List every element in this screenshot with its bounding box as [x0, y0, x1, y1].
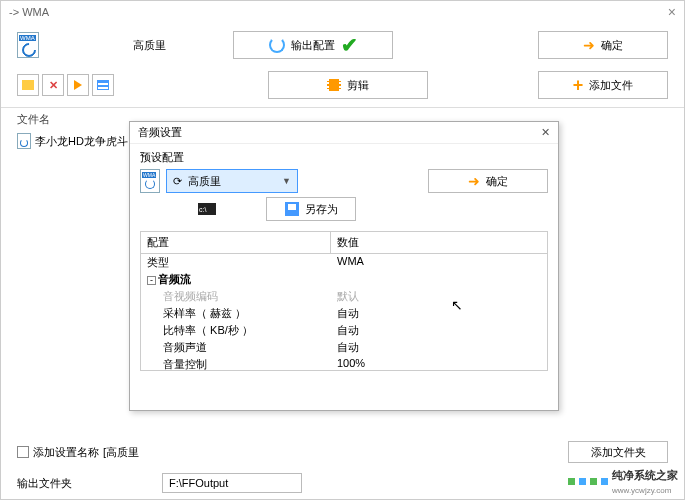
window-title: -> WMA — [9, 6, 49, 18]
film-icon — [327, 79, 341, 91]
edit-label: 剪辑 — [347, 78, 369, 93]
add-setting-name-label: 添加设置名称 — [33, 445, 99, 460]
chevron-down-icon: ▼ — [282, 176, 291, 186]
table-row[interactable]: 音频声道自动 — [141, 339, 547, 356]
table-row[interactable]: 音量控制100% — [141, 356, 547, 373]
format-icon: WMA — [17, 32, 39, 58]
watermark-url: www.ycwjzy.com — [612, 486, 671, 495]
check-icon: ✔ — [341, 33, 358, 57]
watermark-text: 纯净系统之家 — [612, 469, 678, 481]
open-folder-button[interactable] — [17, 74, 39, 96]
save-as-button[interactable]: 另存为 — [266, 197, 356, 221]
confirm-button[interactable]: ➜ 确定 — [538, 31, 668, 59]
console-icon[interactable]: c:\ — [198, 203, 216, 215]
dialog-confirm-label: 确定 — [486, 174, 508, 189]
add-file-button[interactable]: + 添加文件 — [538, 71, 668, 99]
arrow-icon: ➜ — [468, 173, 480, 189]
plus-icon: + — [573, 75, 584, 96]
dialog-close-icon[interactable]: ✕ — [541, 126, 550, 139]
x-icon: ✕ — [49, 79, 58, 92]
preset-select-icon: ⟳ — [173, 175, 182, 188]
dialog-confirm-button[interactable]: ➜ 确定 — [428, 169, 548, 193]
remove-button[interactable]: ✕ — [42, 74, 64, 96]
dialog-title: 音频设置 — [138, 125, 182, 140]
output-config-button[interactable]: 输出配置 ✔ — [233, 31, 393, 59]
edit-button[interactable]: 剪辑 — [268, 71, 428, 99]
preset-value: 高质里 — [188, 174, 221, 189]
file-icon — [17, 133, 31, 149]
spinner-icon — [269, 37, 285, 53]
add-folder-button[interactable]: 添加文件夹 — [568, 441, 668, 463]
save-as-label: 另存为 — [305, 202, 338, 217]
table-row[interactable]: 类型WMA — [141, 254, 547, 271]
list-button[interactable] — [92, 74, 114, 96]
quality-label: 高质里 — [133, 38, 223, 53]
output-config-label: 输出配置 — [291, 38, 335, 53]
add-setting-name-checkbox[interactable] — [17, 446, 29, 458]
play-icon — [74, 80, 82, 90]
format-icon: WMA — [140, 169, 160, 193]
output-path-input[interactable]: F:\FFOutput — [162, 473, 302, 493]
save-icon — [285, 202, 299, 216]
preset-label: 预设配置 — [140, 150, 548, 165]
table-row[interactable]: 音视频编码默认 — [141, 288, 547, 305]
preset-select[interactable]: ⟳ 高质里 ▼ — [166, 169, 298, 193]
config-table: 配置 数值 类型WMA-音频流音视频编码默认采样率（ 赫兹 ）自动比特率（ KB… — [140, 231, 548, 371]
confirm-label: 确定 — [601, 38, 623, 53]
arrow-icon: ➜ — [583, 37, 595, 53]
list-icon — [97, 80, 109, 90]
table-row[interactable]: -音频流 — [141, 271, 547, 288]
col-value: 数值 — [331, 232, 547, 253]
col-config: 配置 — [141, 232, 331, 253]
close-icon[interactable]: × — [668, 4, 676, 20]
play-button[interactable] — [67, 74, 89, 96]
setting-name-bracket: [高质里 — [103, 445, 139, 460]
watermark: 纯净系统之家www.ycwjzy.com — [568, 468, 678, 495]
audio-settings-dialog: 音频设置 ✕ 预设配置 WMA ⟳ 高质里 ▼ ➜ 确定 c:\ 另存为 — [129, 121, 559, 411]
folder-icon — [22, 80, 34, 90]
tree-toggle-icon[interactable]: - — [147, 276, 156, 285]
table-row[interactable]: 采样率（ 赫兹 ）自动 — [141, 305, 547, 322]
table-row[interactable]: 比特率（ KB/秒 ）自动 — [141, 322, 547, 339]
output-folder-label: 输出文件夹 — [17, 476, 72, 491]
add-file-label: 添加文件 — [589, 78, 633, 93]
